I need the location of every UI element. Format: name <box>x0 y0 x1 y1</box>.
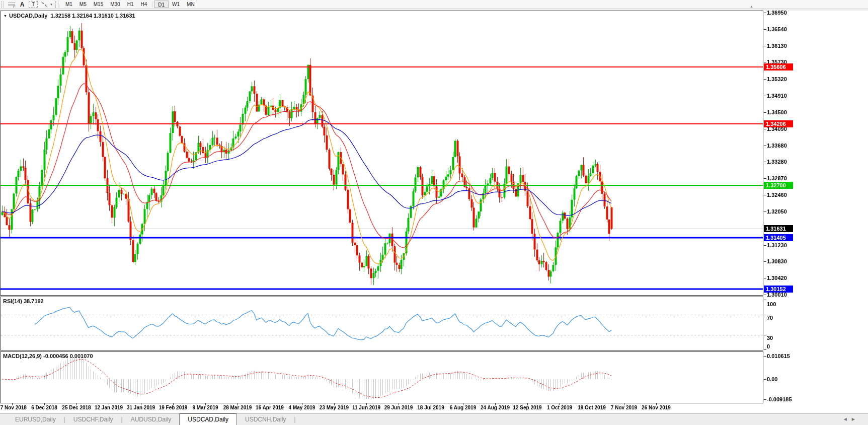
price-tick-label: 1.30010 <box>767 292 787 298</box>
price-tick-label: 1.30830 <box>767 258 787 264</box>
price-flag-1.30152: 1.30152 <box>764 286 793 293</box>
price-tick-label: 1.34910 <box>767 93 787 99</box>
date-label: 29 Jun 2019 <box>384 405 413 410</box>
date-label: 19 Feb 2019 <box>159 405 188 410</box>
rsi-value: 38.7192 <box>24 298 44 304</box>
chart-title: ▼USDCAD,Daily 1.32158 1.32164 1.31610 1.… <box>4 13 135 19</box>
timeframe-m15-button[interactable]: M15 <box>90 1 107 8</box>
rsi-tick-label: 70 <box>767 315 773 321</box>
price-tick-label: 1.34500 <box>767 109 787 115</box>
text-label-icon[interactable]: T <box>29 1 38 8</box>
tab-audusd[interactable]: AUDUSD,Daily <box>123 414 180 425</box>
price-tick-label: 1.33280 <box>767 159 787 165</box>
arrows-tool-icon[interactable]: ↘↖ <box>40 1 49 8</box>
date-label: 19 Oct 2019 <box>578 405 606 410</box>
price-tick-label: 1.32460 <box>767 192 787 198</box>
date-label: 4 May 2019 <box>289 405 315 410</box>
top-toolbar: F A T ↘↖ ▼ M1M5M15M30H1H4D1W1MN ▲ <box>0 0 868 9</box>
date-label: 23 May 2019 <box>320 405 349 410</box>
rsi-name: RSI(14) <box>3 298 22 304</box>
price-tick-label: 1.36540 <box>767 26 787 32</box>
date-label: 9 Mar 2019 <box>192 405 218 410</box>
date-label: 28 Mar 2019 <box>223 405 252 410</box>
price-flag-1.35606: 1.35606 <box>764 63 793 70</box>
caret-down-icon[interactable]: ▼ <box>50 3 53 6</box>
price-flag-1.32700: 1.32700 <box>764 182 793 189</box>
macd-values: -0.000456 0.001070 <box>43 353 93 359</box>
price-tick-label: 1.33680 <box>767 143 787 149</box>
mt4-window: F A T ↘↖ ▼ M1M5M15M30H1H4D1W1MN ▲ ▼USDCA… <box>0 0 868 425</box>
rsi-tick-label: 0 <box>767 343 770 349</box>
macd-tick-label: 0.010615 <box>767 353 790 359</box>
tab-usdcnh[interactable]: USDCNH,Daily <box>237 414 294 425</box>
date-label: 26 Nov 2019 <box>642 405 671 410</box>
list-lines-icon: F <box>8 2 15 7</box>
date-label: 18 Jul 2019 <box>417 405 444 410</box>
tabs-holder: EURUSD,Daily|USDCHF,Daily|AUDUSD,DailyUS… <box>7 413 295 425</box>
chart-title-symbol: USDCAD,Daily <box>9 13 47 19</box>
timeframe-m5-button[interactable]: M5 <box>76 1 90 8</box>
tab-separator: | <box>294 414 295 425</box>
chart-title-quotes: 1.32158 1.32164 1.31610 1.31631 <box>50 13 135 19</box>
timeframe-d1-button[interactable]: D1 <box>154 1 169 8</box>
tab-usdcad[interactable]: USDCAD,Daily <box>179 413 237 425</box>
toolbar-grip[interactable] <box>1 2 4 8</box>
macd-panel[interactable] <box>0 351 763 403</box>
price-flag-1.34206: 1.34206 <box>764 120 793 127</box>
rsi-panel[interactable] <box>0 297 763 350</box>
tab-scroll-left-icon[interactable]: ◀ <box>844 417 852 421</box>
rsi-tick-label: 100 <box>767 301 776 307</box>
date-label: 12 Sep 2019 <box>513 405 541 410</box>
chart-list-icon[interactable]: F <box>7 1 16 8</box>
timeframe-m30-button[interactable]: M30 <box>107 1 123 8</box>
date-label: 6 Aug 2019 <box>450 405 476 410</box>
price-tick-label: 1.30420 <box>767 275 787 281</box>
symbol-tabbar: EURUSD,Daily|USDCHF,Daily|AUDUSD,DailyUS… <box>0 413 868 425</box>
timeframe-mn-button[interactable]: MN <box>183 1 198 8</box>
date-label: 12 Jan 2019 <box>95 405 123 410</box>
toolbar-grip[interactable] <box>55 2 58 8</box>
macd-indicator-label: MACD(12,26,9) -0.000456 0.001070 <box>3 353 93 359</box>
timeframe-w1-button[interactable]: W1 <box>169 1 183 8</box>
price-tick-label: 1.36130 <box>767 43 787 49</box>
date-label: 7 Nov 2019 <box>611 405 637 410</box>
macd-tick-label: -0.009185 <box>767 396 792 402</box>
price-tick-label: 1.32050 <box>767 208 787 215</box>
date-label: 16 Apr 2019 <box>256 405 284 410</box>
date-label: 17 Nov 2018 <box>0 405 27 410</box>
toolbar-separator <box>152 2 152 8</box>
tab-usdchf[interactable]: USDCHF,Daily <box>65 414 121 425</box>
price-flag-1.31631: 1.31631 <box>764 225 793 232</box>
date-label: 31 Jan 2019 <box>127 405 155 410</box>
timeframe-h4-button[interactable]: H4 <box>137 1 150 8</box>
timeframe-m1-button[interactable]: M1 <box>62 1 76 8</box>
date-label: 11 Jun 2019 <box>352 405 380 410</box>
date-label: 6 Dec 2018 <box>31 405 57 410</box>
diagonal-arrows-icon: ↘↖ <box>41 1 48 8</box>
tab-scroll-right-icon[interactable]: ▶ <box>852 417 860 421</box>
date-label: 25 Dec 2018 <box>62 405 91 410</box>
collapse-triangle-icon[interactable]: ▼ <box>4 14 7 18</box>
macd-tick-label: 0.00 <box>767 376 777 382</box>
price-flag-1.31405: 1.31405 <box>764 234 793 241</box>
macd-name: MACD(12,26,9) <box>3 353 42 359</box>
toolbar-overflow-icon[interactable]: ▲ <box>750 5 753 8</box>
timeframe-h1-button[interactable]: H1 <box>124 1 137 8</box>
rsi-indicator-label: RSI(14) 38.7192 <box>3 298 44 304</box>
timeframe-buttons: M1M5M15M30H1H4D1W1MN <box>62 1 198 8</box>
annotation-letter-icon[interactable]: A <box>18 1 27 8</box>
date-label: 1 Oct 2019 <box>547 405 572 410</box>
tab-eurusd[interactable]: EURUSD,Daily <box>7 414 64 425</box>
price-tick-label: 1.36950 <box>767 10 787 16</box>
price-tick-label: 1.35320 <box>767 76 787 82</box>
date-label: 24 Aug 2019 <box>481 405 510 410</box>
price-tick-label: 1.32870 <box>767 175 787 181</box>
rsi-tick-label: 30 <box>767 335 773 341</box>
main-chart-panel[interactable] <box>0 11 763 296</box>
tab-scroll-arrows: ◀▶ <box>844 417 860 421</box>
price-tick-label: 1.31230 <box>767 242 787 248</box>
